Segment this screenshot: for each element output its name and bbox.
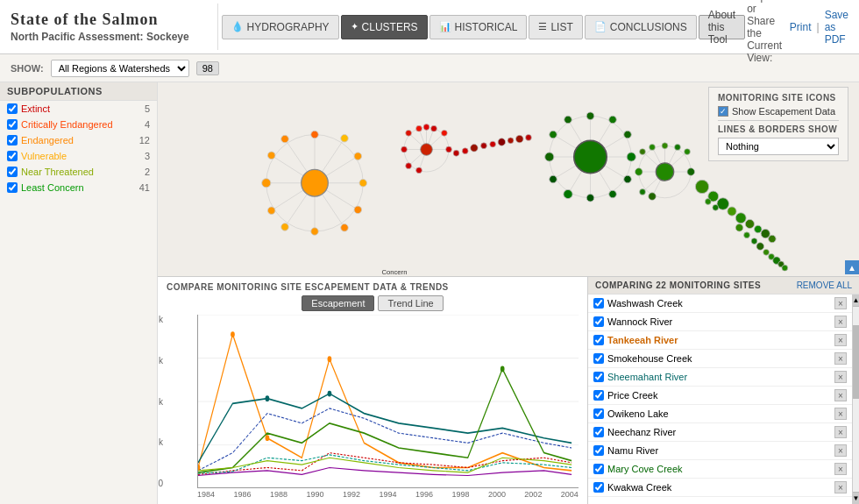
washwash-checkbox[interactable] xyxy=(593,298,604,309)
monitoring-item-sheemahant[interactable]: Sheemahant River × xyxy=(588,368,852,387)
kwakwa-remove[interactable]: × xyxy=(834,481,847,493)
svg-point-104 xyxy=(728,207,736,216)
tab-list[interactable]: ☰ LIST xyxy=(529,15,582,39)
print-link[interactable]: Print xyxy=(790,21,812,33)
monitoring-item-namu[interactable]: Namu River × xyxy=(588,442,852,460)
tab-clusters[interactable]: ✦ CLUSTERS xyxy=(341,15,428,39)
price-remove[interactable]: × xyxy=(834,389,847,401)
nav-tabs: 💧 HYDROGRAPHY ✦ CLUSTERS 📊 HISTORICAL ☰ … xyxy=(218,0,859,53)
svg-point-53 xyxy=(516,135,524,143)
kwakwa-checkbox[interactable] xyxy=(593,482,604,493)
subpop-critical[interactable]: Critically Endangered 4 xyxy=(0,117,157,132)
monitoring-item-owikeno[interactable]: Owikeno Lake × xyxy=(588,405,852,423)
svg-point-43 xyxy=(442,130,448,136)
least-checkbox[interactable] xyxy=(7,182,18,193)
tab-hydrography[interactable]: 💧 HYDROGRAPHY xyxy=(222,15,339,39)
tab-clusters-label: CLUSTERS xyxy=(362,21,418,33)
chart-title: COMPARE MONITORING SITE ESCAPEMENT DATA … xyxy=(167,282,579,292)
monitoring-item-tankeeah[interactable]: Tankeeah River × xyxy=(588,331,852,350)
svg-point-49 xyxy=(481,143,487,149)
lines-select[interactable]: Nothing xyxy=(718,138,839,155)
svg-point-95 xyxy=(649,193,657,201)
conclusions-icon: 📄 xyxy=(594,21,607,32)
right-area: MONITORING SITE ICONS ✓ Show Escapement … xyxy=(158,82,859,504)
monitoring-header: COMPARING 22 MONITORING SITES REMOVE ALL xyxy=(588,277,859,295)
svg-point-22 xyxy=(354,153,362,160)
critical-checkbox[interactable] xyxy=(7,119,18,130)
neechanz-remove[interactable]: × xyxy=(834,426,847,438)
scroll-up-button[interactable]: ▲ xyxy=(853,295,859,307)
subpop-least[interactable]: Least Concern 41 xyxy=(0,180,157,195)
sheemahant-remove[interactable]: × xyxy=(834,371,847,383)
monitoring-item-kwakwa[interactable]: Kwakwa Creek × xyxy=(588,479,852,497)
escapement-button[interactable]: Escapement xyxy=(302,295,374,311)
chart-controls: Escapement Trend Line xyxy=(167,295,579,311)
owikeno-remove[interactable]: × xyxy=(834,408,847,420)
svg-point-68 xyxy=(545,153,554,161)
marycove-remove[interactable]: × xyxy=(834,463,847,475)
monitoring-item-wannock[interactable]: Wannock River × xyxy=(588,313,852,331)
namu-remove[interactable]: × xyxy=(834,444,847,457)
lines-title: LINES & BORDERS SHOW xyxy=(718,124,839,134)
svg-point-75 xyxy=(609,116,617,124)
wannock-remove[interactable]: × xyxy=(834,316,847,328)
monitoring-item-price[interactable]: Price Creek × xyxy=(588,387,852,405)
subpop-vulnerable[interactable]: Vulnerable 3 xyxy=(0,148,157,164)
svg-point-44 xyxy=(446,146,452,153)
expand-button[interactable]: ▲ xyxy=(845,260,859,274)
tankeeah-checkbox[interactable] xyxy=(593,335,604,345)
x-1986: 1986 xyxy=(233,490,251,499)
monitoring-item-washwash[interactable]: Washwash Creek × xyxy=(588,295,852,313)
monitoring-title: COMPARING 22 MONITORING SITES xyxy=(595,280,761,290)
subpop-endangered[interactable]: Endangered 12 xyxy=(0,132,157,148)
subpop-near[interactable]: Near Threatened 2 xyxy=(0,164,157,180)
sheemahant-checkbox[interactable] xyxy=(593,372,604,382)
vulnerable-checkbox[interactable] xyxy=(7,151,18,161)
wannock-checkbox[interactable] xyxy=(593,316,604,327)
tab-historical-label: HISTORICAL xyxy=(455,21,518,33)
legend-box: MONITORING SITE ICONS ✓ Show Escapement … xyxy=(708,87,848,161)
namu-checkbox[interactable] xyxy=(593,445,604,456)
monitoring-item-marycove[interactable]: Mary Cove Creek × xyxy=(588,460,852,479)
capture-label: Capture or Share the Current View: xyxy=(747,0,784,64)
endangered-checkbox[interactable] xyxy=(7,135,18,146)
x-1988: 1988 xyxy=(270,490,288,499)
svg-point-48 xyxy=(471,145,479,153)
neechanz-checkbox[interactable] xyxy=(593,427,604,437)
svg-point-24 xyxy=(359,180,367,188)
scroll-track xyxy=(853,307,859,492)
price-checkbox[interactable] xyxy=(593,390,604,401)
escapement-label: Show Escapement Data xyxy=(732,106,835,117)
near-checkbox[interactable] xyxy=(7,167,18,177)
save-pdf-link[interactable]: Save as PDF xyxy=(825,9,848,46)
escapement-check-row[interactable]: ✓ Show Escapement Data xyxy=(718,106,839,117)
svg-point-92 xyxy=(640,149,646,155)
svg-point-76 xyxy=(609,190,617,198)
smokehouse-remove[interactable]: × xyxy=(834,352,847,365)
svg-point-128 xyxy=(266,435,270,441)
y-label-81: 81 k xyxy=(158,437,163,447)
smokehouse-checkbox[interactable] xyxy=(593,353,604,364)
scroll-thumb[interactable] xyxy=(853,325,859,399)
x-1990: 1990 xyxy=(306,490,323,499)
monitoring-item-smokehouse[interactable]: Smokehouse Creek × xyxy=(588,350,852,368)
trendline-button[interactable]: Trend Line xyxy=(378,295,443,311)
region-select[interactable]: All Regions & Watersheds xyxy=(51,60,189,77)
escapement-checkbox[interactable]: ✓ xyxy=(718,106,728,117)
svg-point-39 xyxy=(416,125,422,131)
svg-point-116 xyxy=(763,249,770,255)
owikeno-checkbox[interactable] xyxy=(593,408,604,419)
tab-about[interactable]: About this Tool xyxy=(699,15,745,39)
scroll-down-button[interactable]: ▼ xyxy=(853,492,859,504)
tab-conclusions[interactable]: 📄 CONCLUSIONS xyxy=(585,15,697,39)
monitoring-item-neechanz[interactable]: Neechanz River × xyxy=(588,423,852,442)
marycove-checkbox[interactable] xyxy=(593,464,604,474)
tab-historical[interactable]: 📊 HISTORICAL xyxy=(430,15,528,39)
scroll-bar[interactable]: ▲ ▼ xyxy=(852,295,859,504)
cluster-trail-right xyxy=(695,180,787,271)
tankeeah-remove[interactable]: × xyxy=(834,334,847,346)
washwash-remove[interactable]: × xyxy=(834,297,847,309)
remove-all-button[interactable]: REMOVE ALL xyxy=(797,280,852,290)
subpop-extinct[interactable]: Extinct 5 xyxy=(0,101,157,117)
extinct-checkbox[interactable] xyxy=(7,103,18,114)
